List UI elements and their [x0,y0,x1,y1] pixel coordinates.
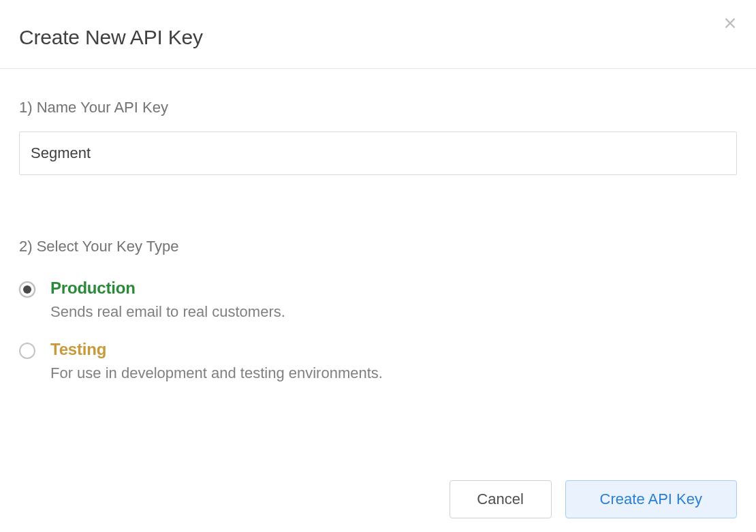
name-section: 1) Name Your API Key [19,99,737,175]
key-type-section: 2) Select Your Key Type Production Sends… [19,238,737,382]
create-api-key-modal: Create New API Key 1) Name Your API Key … [0,0,756,532]
radio-option-testing[interactable]: Testing For use in development and testi… [19,340,737,382]
close-button[interactable] [721,14,740,33]
radio-testing-indicator [19,343,35,359]
key-type-radio-group: Production Sends real email to real cust… [19,279,737,382]
modal-header: Create New API Key [0,0,756,69]
modal-body: 1) Name Your API Key 2) Select Your Key … [0,69,756,382]
radio-production-desc: Sends real email to real customers. [50,303,737,321]
radio-production-content: Production Sends real email to real cust… [50,279,737,321]
radio-option-production[interactable]: Production Sends real email to real cust… [19,279,737,321]
radio-testing-desc: For use in development and testing envir… [50,364,737,382]
modal-title: Create New API Key [19,26,737,49]
name-label: 1) Name Your API Key [19,99,737,116]
radio-testing-content: Testing For use in development and testi… [50,340,737,382]
radio-testing-title: Testing [50,340,737,359]
create-api-key-button[interactable]: Create API Key [565,480,737,518]
close-icon [723,16,737,30]
key-type-label: 2) Select Your Key Type [19,238,737,255]
radio-production-title: Production [50,279,737,298]
cancel-button[interactable]: Cancel [450,480,552,518]
api-key-name-input[interactable] [19,131,737,175]
modal-footer: Cancel Create API Key [450,480,737,518]
radio-production-indicator [19,281,35,298]
